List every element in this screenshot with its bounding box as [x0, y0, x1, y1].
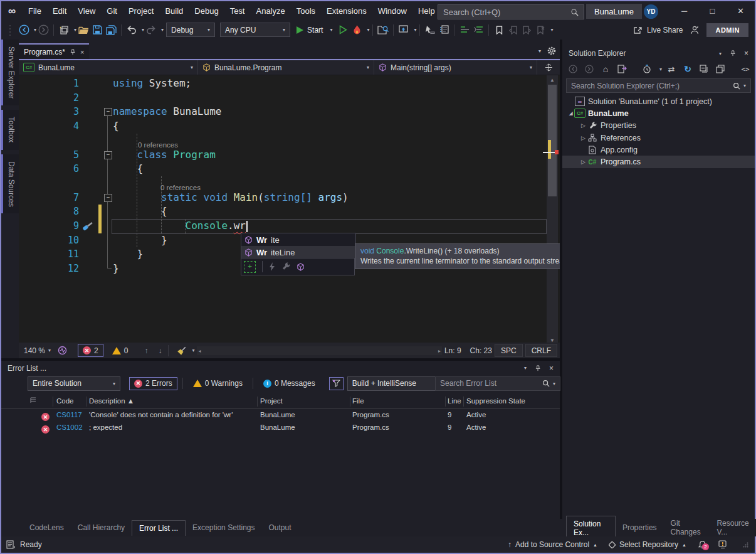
- open-folder-icon[interactable]: [77, 23, 90, 38]
- close-button[interactable]: ✕: [727, 1, 755, 21]
- column-separator[interactable]: [87, 397, 87, 407]
- menu-git[interactable]: Git: [101, 1, 123, 21]
- line-number[interactable]: 7: [19, 191, 79, 205]
- line-number[interactable]: 9: [19, 219, 79, 233]
- horizontal-scrollbar[interactable]: ◂ ▸: [197, 346, 441, 355]
- panel-close-icon[interactable]: ×: [549, 364, 554, 373]
- events-filter-icon[interactable]: [269, 262, 275, 271]
- select-repository-button[interactable]: Select Repository ▲: [609, 540, 686, 549]
- search-dropdown-icon[interactable]: ▾: [743, 83, 746, 88]
- menu-window[interactable]: Window: [372, 1, 412, 21]
- minimize-button[interactable]: ─: [670, 1, 698, 21]
- hot-reload-icon[interactable]: [350, 23, 363, 38]
- editor-options-gear-icon[interactable]: [547, 46, 556, 55]
- quick-search-input[interactable]: Search (Ctrl+Q): [438, 4, 584, 19]
- document-tab-program-cs[interactable]: Program.cs* ×: [19, 43, 89, 59]
- column-separator[interactable]: [463, 397, 464, 407]
- line-number[interactable]: 11: [19, 247, 79, 262]
- side-tab-server-explorer[interactable]: Server Explorer: [1, 40, 19, 105]
- line-number[interactable]: 8: [19, 205, 79, 219]
- menu-help[interactable]: Help: [412, 1, 441, 21]
- navbar-member-dropdown[interactable]: Main(string[] args) ▾: [374, 60, 537, 75]
- clear-bookmarks-icon[interactable]: [534, 23, 547, 38]
- expander-icon[interactable]: ▷: [580, 159, 587, 165]
- tab-list-dropdown-icon[interactable]: ▾: [538, 48, 541, 54]
- tab-close-icon[interactable]: ×: [80, 48, 84, 56]
- code-line[interactable]: 2: [19, 91, 547, 105]
- line-number[interactable]: 2: [19, 91, 79, 105]
- error-row[interactable]: ✕CS0117'Console' does not contain a defi…: [1, 409, 560, 422]
- code-line[interactable]: 4{: [19, 119, 547, 134]
- vertical-scrollbar[interactable]: ▲ ▼: [547, 75, 558, 344]
- view-code-icon[interactable]: <>: [739, 61, 752, 77]
- filter-funnel-button[interactable]: [329, 377, 344, 390]
- scroll-right-icon[interactable]: ▸: [438, 348, 441, 354]
- code-line[interactable]: 1using System;: [19, 77, 547, 91]
- document-health-icon[interactable]: [56, 343, 68, 358]
- format-selection-icon[interactable]: [472, 23, 485, 38]
- code-line[interactable]: 7− static void Main(string[] args): [19, 191, 547, 205]
- editor-warning-count[interactable]: 0: [107, 346, 134, 356]
- save-all-icon[interactable]: [105, 23, 117, 38]
- tab-error-list-[interactable]: Error List ...: [132, 520, 186, 536]
- column-header-file[interactable]: File: [352, 397, 364, 405]
- fold-collapse-box[interactable]: −: [104, 108, 112, 116]
- line-number[interactable]: 1: [19, 77, 79, 91]
- sync-with-active-document-icon[interactable]: [616, 61, 628, 77]
- redo-dropdown-icon[interactable]: ▾: [161, 27, 164, 33]
- zoom-level-dropdown[interactable]: 140 %: [24, 346, 45, 355]
- search-dropdown-icon[interactable]: ▾: [553, 381, 555, 386]
- tree-item-properties[interactable]: ▷Properties: [562, 120, 755, 132]
- user-avatar[interactable]: YD: [644, 4, 658, 19]
- messages-filter-button[interactable]: i 0 Messages: [258, 378, 320, 388]
- navigate-forward-icon[interactable]: [37, 23, 50, 38]
- menu-analyze[interactable]: Analyze: [250, 1, 290, 21]
- code-line[interactable]: 9 Console.wr: [19, 219, 547, 233]
- expander-icon[interactable]: ◢: [567, 110, 574, 116]
- warnings-filter-button[interactable]: 0 Warnings: [188, 378, 248, 388]
- snippets-filter-icon[interactable]: +: [244, 261, 256, 273]
- home-icon[interactable]: ⌂: [599, 61, 612, 77]
- menu-edit[interactable]: Edit: [47, 1, 72, 21]
- panel-menu-dropdown-icon[interactable]: ▾: [524, 365, 527, 371]
- error-table-header[interactable]: CodeDescription ▲ProjectFileLineSuppress…: [1, 395, 560, 409]
- undo-icon[interactable]: [125, 23, 138, 38]
- code-cleanup-broom-icon[interactable]: [176, 343, 188, 358]
- solution-configuration-dropdown[interactable]: Debug▾: [166, 23, 215, 37]
- pin-icon[interactable]: [70, 49, 76, 55]
- errors-filter-button[interactable]: ✕ 2 Errors: [129, 377, 177, 390]
- resize-grip[interactable]: [743, 542, 748, 548]
- next-bookmark-icon[interactable]: [520, 23, 533, 38]
- compare-icon[interactable]: ⇄: [665, 61, 678, 77]
- solution-explorer-search-input[interactable]: Search Solution Explorer (Ctrl+;) ▾: [566, 78, 751, 93]
- split-window-icon[interactable]: [537, 60, 560, 75]
- panel-pin-icon[interactable]: [535, 365, 541, 371]
- back-icon[interactable]: [567, 61, 579, 77]
- collapse-all-icon[interactable]: [698, 61, 710, 77]
- side-tab-toolbox[interactable]: Toolbox: [1, 110, 19, 149]
- new-item-dropdown-icon[interactable]: ▾: [74, 27, 76, 33]
- tree-item-solution-bunalume-1-of-1-project-[interactable]: ∞Solution 'BunaLume' (1 of 1 project): [562, 95, 755, 107]
- find-in-files-icon[interactable]: [377, 23, 389, 38]
- cleanup-dropdown-icon[interactable]: ▾: [192, 348, 194, 353]
- build-intellisense-dropdown[interactable]: Build + IntelliSense▾: [347, 376, 445, 391]
- classes-filter-icon[interactable]: [297, 263, 305, 271]
- column-separator[interactable]: [445, 397, 446, 407]
- scroll-up-icon[interactable]: ▲: [547, 75, 558, 84]
- toolbar-grip[interactable]: [4, 23, 16, 38]
- start-without-debugging-icon[interactable]: [337, 23, 349, 38]
- navigate-cursor-icon[interactable]: [424, 23, 436, 38]
- show-all-files-icon[interactable]: [714, 61, 727, 77]
- line-number[interactable]: 5: [19, 148, 79, 162]
- panel-pin-icon[interactable]: [730, 50, 736, 56]
- line-indicator[interactable]: Ln: 9: [444, 346, 461, 355]
- column-separator[interactable]: [53, 397, 53, 407]
- column-header-line[interactable]: Line: [448, 397, 461, 405]
- line-number[interactable]: 3: [19, 105, 79, 119]
- live-share-button[interactable]: Live Share: [633, 26, 683, 35]
- tree-item-program-cs[interactable]: ▷C#Program.cs: [562, 156, 755, 168]
- scroll-left-icon[interactable]: ◂: [198, 348, 201, 354]
- maximize-button[interactable]: □: [698, 1, 727, 21]
- forward-icon[interactable]: [583, 61, 596, 77]
- fold-collapse-box[interactable]: −: [104, 194, 112, 202]
